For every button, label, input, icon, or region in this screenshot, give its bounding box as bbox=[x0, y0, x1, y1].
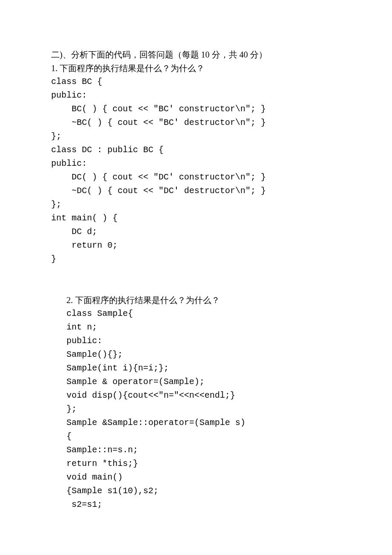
blank-line bbox=[51, 280, 341, 293]
code-line: return *this;} bbox=[66, 457, 341, 471]
code-line: Sample(int i){n=i;}; bbox=[66, 361, 341, 375]
code-line: return 0; bbox=[51, 239, 341, 252]
code-line: s2=s1; bbox=[66, 498, 341, 512]
code-line: Sample &Sample::operator=(Sample s) bbox=[66, 416, 341, 430]
code-line: }; bbox=[51, 198, 341, 211]
code-line: Sample::n=s.n; bbox=[66, 443, 341, 457]
code-line: class Sample{ bbox=[66, 307, 341, 321]
code-line: { bbox=[66, 430, 341, 443]
code-line: public: bbox=[66, 334, 341, 348]
code-line: {Sample s1(10),s2; bbox=[66, 484, 341, 498]
q2-prompt: 2. 下面程序的执行结果是什么？为什么？ bbox=[66, 293, 341, 307]
code-line: public: bbox=[51, 157, 341, 171]
code-line: public: bbox=[51, 89, 341, 102]
document-page: 二)、分析下面的代码，回答问题（每题 10 分，共 40 分） 1. 下面程序的… bbox=[0, 0, 392, 555]
code-line: void disp(){cout<<"n="<<n<<endl;} bbox=[66, 389, 341, 402]
blank-line bbox=[51, 266, 341, 280]
code-line: DC( ) { cout << "DC' constructor\n"; } bbox=[51, 171, 341, 184]
code-line: DC d; bbox=[51, 225, 341, 239]
code-line: class BC { bbox=[51, 75, 341, 89]
code-line: }; bbox=[66, 402, 341, 416]
code-line: void main() bbox=[66, 471, 341, 484]
code-line: ~DC( ) { cout << "DC' destructor\n"; } bbox=[51, 184, 341, 198]
code-line: }; bbox=[51, 130, 341, 143]
code-line: Sample & operator=(Sample); bbox=[66, 375, 341, 389]
code-line: ~BC( ) { cout << "BC' destructor\n"; } bbox=[51, 116, 341, 130]
q1-prompt: 1. 下面程序的执行结果是什么？为什么？ bbox=[51, 61, 341, 75]
section-header: 二)、分析下面的代码，回答问题（每题 10 分，共 40 分） bbox=[51, 48, 341, 61]
code-line: BC( ) { cout << "BC' constructor\n"; } bbox=[51, 102, 341, 116]
code-line: class DC : public BC { bbox=[51, 143, 341, 157]
code-line: int main( ) { bbox=[51, 211, 341, 225]
code-line: Sample(){}; bbox=[66, 348, 341, 361]
code-line: int n; bbox=[66, 321, 341, 334]
code-line: } bbox=[51, 252, 341, 266]
